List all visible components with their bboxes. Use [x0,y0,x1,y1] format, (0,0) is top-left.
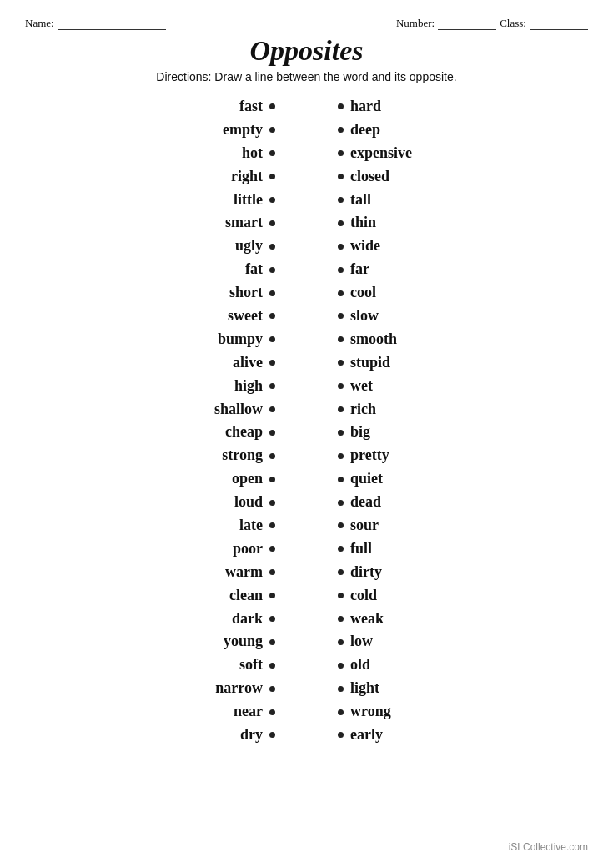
word-text: wet [350,375,373,398]
bullet-dot [269,220,275,226]
bullet-dot [338,174,344,179]
bullet-dot [338,593,344,598]
word-text: stupid [350,351,390,375]
list-item: expensive [338,142,412,165]
bullet-dot [269,546,275,552]
bullet-dot [338,569,344,575]
word-text: hard [350,95,381,119]
list-item: low [338,630,373,654]
bullet-dot [269,663,275,669]
bullet-dot [338,477,344,482]
word-text: thin [350,211,376,235]
word-text: big [350,421,370,444]
class-line [530,29,588,30]
list-item: empty [223,119,275,142]
word-text: pretty [350,444,389,467]
bullet-dot [338,709,344,715]
word-text: dirty [350,561,382,584]
bullet-dot [269,313,275,319]
word-text: sweet [228,305,263,328]
word-text: old [350,654,370,677]
word-text: bumpy [218,328,263,351]
bullet-dot [269,127,275,133]
bullet-dot [338,103,344,109]
bullet-dot [269,500,275,506]
list-item: sour [338,514,379,537]
list-item: young [224,630,275,654]
number-label: Number: [396,17,435,30]
bullet-dot [269,290,275,296]
list-item: tall [338,189,371,212]
bullet-dot [269,103,275,109]
bullet-dot [269,430,275,436]
word-text: shallow [214,398,263,421]
list-item: clean [229,584,275,608]
list-item: wrong [338,700,391,724]
bullet-dot [269,336,275,342]
word-text: soft [239,654,263,677]
word-text: tall [350,189,371,212]
bullet-dot [269,639,275,645]
list-item: quiet [338,467,383,491]
bullet-dot [338,546,344,552]
list-item: closed [338,165,389,189]
bullet-dot [338,430,344,436]
bullet-dot [269,732,275,738]
word-text: early [350,724,383,747]
list-item: light [338,677,379,700]
list-item: wide [338,235,380,258]
list-item: narrow [215,677,275,700]
list-item: smooth [338,328,397,351]
list-item: old [338,654,370,677]
bullet-dot [338,220,344,226]
list-item: weak [338,608,384,631]
bullet-dot [338,500,344,506]
list-item: near [234,700,275,724]
word-text: right [231,165,263,189]
word-text: cold [350,584,377,608]
bullet-dot [338,616,344,622]
word-text: strong [222,444,263,467]
list-item: cold [338,584,377,608]
list-item: cool [338,281,376,305]
list-item: hot [242,142,275,165]
word-text: light [350,677,379,700]
word-text: smart [225,211,263,235]
word-text: smooth [350,328,397,351]
list-item: fat [245,258,275,281]
bullet-dot [338,197,344,203]
word-text: young [224,630,263,654]
word-text: late [239,514,263,537]
word-text: wide [350,235,380,258]
word-text: closed [350,165,389,189]
word-text: full [350,537,372,561]
bullet-dot [269,686,275,692]
list-item: deep [338,119,380,142]
page-title: Opposites [25,35,588,67]
list-item: cheap [225,421,275,444]
bullet-dot [338,663,344,669]
word-text: poor [233,537,263,561]
word-text: clean [229,584,263,608]
list-item: dirty [338,561,382,584]
word-text: fat [245,258,263,281]
header: Name: Number: Class: [25,17,588,30]
list-item: dry [240,724,275,747]
word-text: short [229,281,263,305]
word-text: wrong [350,700,391,724]
list-item: stupid [338,351,390,375]
list-item: loud [234,491,275,514]
word-text: high [234,375,263,398]
footer-text: iSLCollective.com [509,841,588,853]
word-text: little [234,189,263,212]
bullet-dot [269,197,275,203]
list-item: fast [239,95,275,119]
word-text: warm [225,561,263,584]
name-label: Name: [25,17,54,30]
word-list: fastemptyhotrightlittlesmartuglyfatshort… [25,95,588,747]
word-text: near [234,700,263,724]
bullet-dot [269,522,275,528]
word-text: deep [350,119,380,142]
word-text: fast [239,95,263,119]
bullet-dot [269,150,275,156]
